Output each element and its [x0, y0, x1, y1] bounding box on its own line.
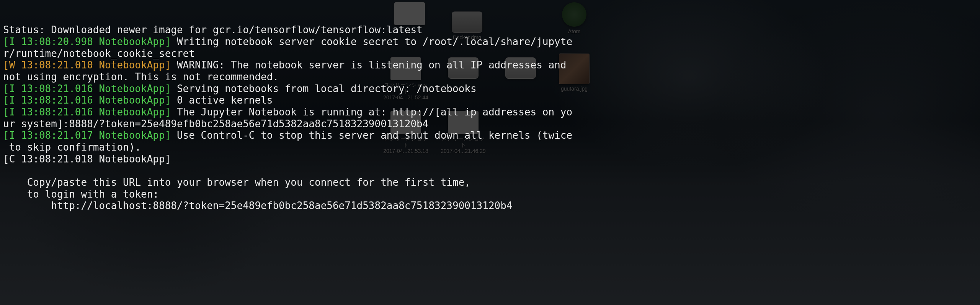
terminal-line: Status: Downloaded newer image for gcr.i… — [3, 24, 977, 36]
log-body — [3, 165, 27, 176]
terminal-line: http://localhost:8888/?token=25e489efb0b… — [3, 200, 977, 212]
log-prefix: [I 13:08:21.016 NotebookApp] — [3, 106, 171, 118]
log-body — [171, 153, 177, 165]
log-body: Status: Downloaded newer image for gcr.i… — [3, 24, 423, 36]
log-prefix: [I 13:08:21.016 NotebookApp] — [3, 94, 171, 106]
terminal-output: Status: Downloaded newer image for gcr.i… — [3, 24, 977, 212]
terminal-line — [3, 165, 977, 177]
terminal-line: [I 13:08:21.017 NotebookApp] Use Control… — [3, 130, 977, 153]
terminal-line: [I 13:08:20.998 NotebookApp] Writing not… — [3, 36, 977, 59]
log-body: http://localhost:8888/?token=25e489efb0b… — [3, 200, 513, 211]
terminal-line: Copy/paste this URL into your browser wh… — [3, 177, 977, 188]
log-body: 0 active kernels — [171, 94, 279, 106]
log-body: Serving notebooks from local directory: … — [171, 83, 476, 94]
log-prefix: [I 13:08:20.998 NotebookApp] — [3, 36, 171, 47]
terminal-line: [I 13:08:21.016 NotebookApp] Serving not… — [3, 83, 977, 95]
log-prefix: [I 13:08:21.016 NotebookApp] — [3, 83, 171, 94]
terminal-line: [I 13:08:21.016 NotebookApp] The Jupyter… — [3, 106, 977, 130]
terminal-line: [I 13:08:21.016 NotebookApp] 0 active ke… — [3, 94, 977, 106]
terminal-line: [C 13:08:21.018 NotebookApp] — [3, 153, 977, 165]
log-prefix: [W 13:08:21.010 NotebookApp] — [3, 59, 171, 71]
log-prefix: [C 13:08:21.018 NotebookApp] — [3, 153, 171, 165]
terminal-line: to login with a token: — [3, 188, 977, 200]
terminal-window[interactable]: Status: Downloaded newer image for gcr.i… — [0, 0, 980, 305]
log-prefix: [I 13:08:21.017 NotebookApp] — [3, 130, 171, 141]
log-body: Copy/paste this URL into your browser wh… — [3, 177, 470, 188]
terminal-line: [W 13:08:21.010 NotebookApp] WARNING: Th… — [3, 59, 977, 83]
log-body: to login with a token: — [3, 188, 159, 200]
